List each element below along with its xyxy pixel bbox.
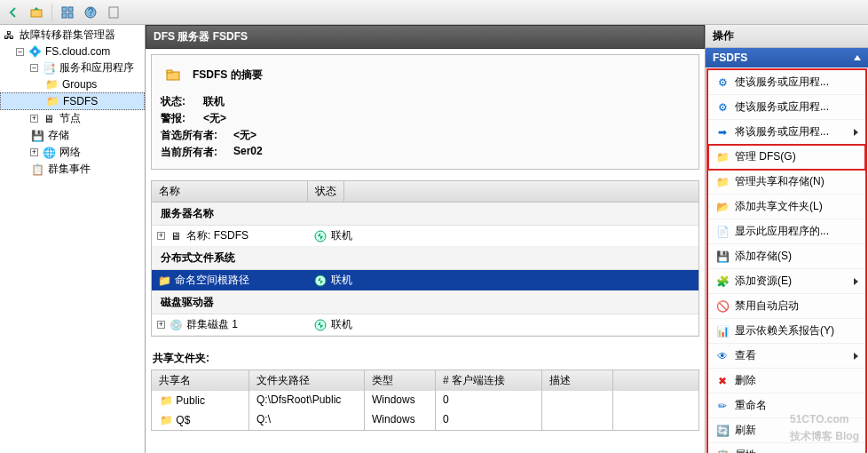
res-icon: 🧩 — [715, 274, 730, 289]
action-item-6[interactable]: 📄显示此应用程序的... — [708, 219, 865, 244]
col-status[interactable]: 状态 — [308, 181, 344, 202]
shares-section: 共享文件夹: 共享名 文件夹路径 类型 # 客户端连接 描述 📁 PublicQ… — [151, 347, 699, 431]
resources-header: 名称 状态 — [152, 181, 698, 203]
col-name[interactable]: 名称 — [152, 181, 308, 202]
share-desc — [542, 391, 613, 410]
share-row-0[interactable]: 📁 PublicQ:\DfsRoot\PublicWindows0 — [152, 391, 698, 410]
action-item-10[interactable]: 📊显示依赖关系报告(Y) — [708, 319, 865, 344]
action-item-12[interactable]: ✖删除 — [708, 369, 865, 393]
resources-section: 名称 状态 服务器名称 +🖥名称: FSDFS 联机 分布式文件系统 📁命名空间… — [151, 180, 699, 337]
tree-nodes[interactable]: +🖥节点 — [0, 110, 145, 127]
cluster-icon: 🖧 — [2, 28, 16, 43]
action-item-2[interactable]: ➡将该服务或应用程... — [708, 120, 865, 145]
tree-label: 故障转移群集管理器 — [20, 28, 115, 43]
delete-icon: ✖ — [715, 374, 730, 388]
action-item-11[interactable]: 👁查看 — [708, 344, 865, 369]
tree-groups[interactable]: 📁Groups — [0, 76, 145, 92]
col-share-desc[interactable]: 描述 — [542, 370, 613, 391]
svg-rect-4 — [68, 13, 73, 18]
action-item-13[interactable]: ✏重命名 — [708, 393, 865, 418]
tree-cluster[interactable]: −💠FS.cloud.com — [0, 44, 145, 60]
submenu-arrow-icon — [854, 129, 858, 136]
col-share-path[interactable]: 文件夹路径 — [249, 370, 365, 391]
svg-rect-1 — [62, 7, 67, 12]
submenu-arrow-icon — [854, 353, 858, 360]
expand-icon[interactable]: + — [157, 232, 165, 240]
tb-pin-button[interactable] — [104, 3, 123, 22]
actions-list: ⚙使该服务或应用程...⚙使该服务或应用程...➡将该服务或应用程...📁管理 … — [706, 68, 867, 453]
cluster-node-icon: 💠 — [28, 44, 42, 59]
summary-box: FSDFS 的摘要 状态:联机 自动启动: 是 警报:<无> 首选所有者:<无>… — [151, 54, 699, 170]
disk-icon: 💾 — [715, 250, 730, 264]
expand-icon[interactable]: + — [30, 115, 38, 123]
collapse-icon[interactable]: − — [30, 64, 38, 72]
rename-icon: ✏ — [715, 399, 730, 413]
tree-events[interactable]: 📋群集事件 — [0, 161, 145, 178]
svg-rect-2 — [68, 7, 73, 12]
actions-subtitle[interactable]: FSDFS — [706, 48, 868, 68]
collapse-icon[interactable]: − — [16, 48, 24, 56]
col-share-clients[interactable]: # 客户端连接 — [436, 370, 542, 391]
help-icon: ? — [83, 5, 98, 20]
tree-services[interactable]: −📑服务和应用程序 — [0, 60, 145, 76]
content-pane: DFS 服务器 FSDFS FSDFS 的摘要 状态:联机 自动启动: 是 警报… — [146, 25, 705, 453]
svg-point-10 — [315, 231, 326, 242]
share-path: Q:\ — [249, 410, 365, 430]
cell-status: 联机 — [331, 273, 352, 288]
row-cluster-disk[interactable]: +💿群集磁盘 1 联机 — [152, 314, 698, 336]
action-item-15[interactable]: 📋属性 — [708, 443, 865, 453]
action-label: 添加共享文件夹(L) — [735, 199, 858, 214]
grid-icon — [60, 5, 75, 20]
action-item-1[interactable]: ⚙使该服务或应用程... — [708, 95, 865, 120]
folder-icon — [161, 62, 185, 87]
tree-fsdfs[interactable]: 📁FSDFS — [0, 92, 145, 110]
action-item-4[interactable]: 📁管理共享和存储(N) — [708, 170, 865, 195]
action-item-14[interactable]: 🔄刷新 — [708, 418, 865, 443]
tree-root[interactable]: 🖧故障转移群集管理器 — [0, 27, 145, 44]
actions-title: 操作 — [706, 25, 868, 48]
action-label: 添加存储(S) — [735, 249, 858, 264]
cell-name: 命名空间根路径 — [175, 273, 249, 288]
online-icon — [313, 318, 327, 332]
action-item-9[interactable]: 🚫禁用自动启动 — [708, 294, 865, 319]
action-item-7[interactable]: 💾添加存储(S) — [708, 244, 865, 269]
tb-up-button[interactable] — [27, 3, 46, 22]
svg-point-11 — [315, 275, 326, 286]
events-icon: 📋 — [30, 163, 44, 177]
folder-icon: 📁 — [715, 150, 730, 164]
tb-help-button[interactable]: ? — [81, 3, 100, 22]
action-item-3[interactable]: 📁管理 DFS(G) — [708, 145, 865, 170]
alert-label: 警报: — [161, 111, 203, 126]
online-icon — [313, 229, 327, 243]
tree-label: FSDFS — [63, 95, 98, 107]
status-label: 状态: — [161, 94, 203, 109]
nodes-icon: 🖥 — [42, 112, 56, 126]
action-label: 使该服务或应用程... — [735, 99, 858, 115]
group-icon: 📁 — [44, 77, 59, 91]
share-row-1[interactable]: 📁 Q$Q:\Windows0 — [152, 410, 698, 430]
col-share-type[interactable]: 类型 — [365, 370, 436, 391]
row-namespace[interactable]: 📁命名空间根路径 联机 — [152, 270, 698, 291]
svg-rect-7 — [109, 7, 118, 18]
row-server-name[interactable]: +🖥名称: FSDFS 联机 — [152, 226, 698, 247]
action-label: 重命名 — [735, 398, 858, 413]
tree-networks[interactable]: +🌐网络 — [0, 144, 145, 161]
action-label: 禁用自动启动 — [735, 298, 858, 314]
actions-subtitle-text: FSDFS — [713, 52, 747, 64]
tree-label: 存储 — [48, 128, 69, 143]
action-item-8[interactable]: 🧩添加资源(E) — [708, 269, 865, 294]
tree-storage[interactable]: 💾存储 — [0, 127, 145, 144]
folder-icon: 📁 — [715, 175, 730, 189]
tb-back-button[interactable] — [4, 3, 23, 22]
tb-props-button[interactable] — [58, 3, 77, 22]
cur-owner-label: 当前所有者: — [161, 145, 233, 160]
toolbar: ? — [0, 0, 868, 25]
expand-icon[interactable]: + — [30, 148, 38, 156]
share-path: Q:\DfsRoot\Public — [249, 391, 365, 410]
action-item-5[interactable]: 📂添加共享文件夹(L) — [708, 195, 865, 219]
expand-icon[interactable]: + — [157, 321, 165, 329]
cell-name: 群集磁盘 1 — [186, 317, 238, 332]
col-share-name[interactable]: 共享名 — [152, 370, 249, 391]
tree-label: 群集事件 — [48, 162, 91, 177]
action-item-0[interactable]: ⚙使该服务或应用程... — [708, 70, 865, 95]
